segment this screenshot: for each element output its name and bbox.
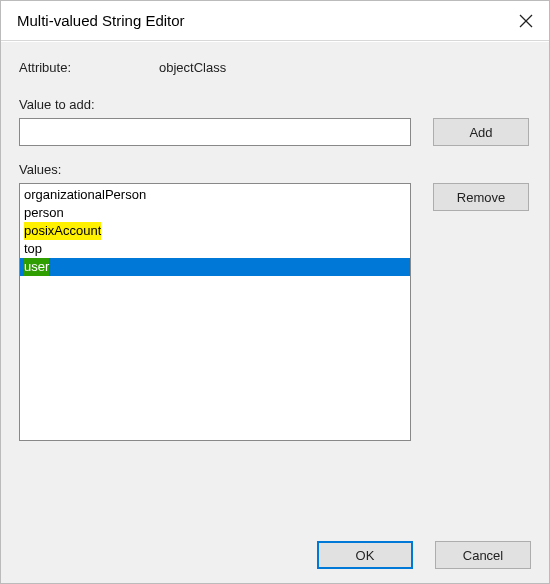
list-item-text: person (24, 204, 64, 222)
attribute-row: Attribute: objectClass (19, 60, 531, 75)
list-item[interactable]: posixAccount (20, 222, 410, 240)
close-icon (519, 14, 533, 28)
list-item[interactable]: user (20, 258, 410, 276)
add-button[interactable]: Add (433, 118, 529, 146)
close-button[interactable] (503, 1, 549, 41)
list-item-text: posixAccount (24, 222, 101, 240)
dialog-footer: OK Cancel (317, 541, 531, 569)
dialog-window: Multi-valued String Editor Attribute: ob… (0, 0, 550, 584)
attribute-label: Attribute: (19, 60, 159, 75)
list-item[interactable]: person (20, 204, 410, 222)
list-item[interactable]: organizationalPerson (20, 186, 410, 204)
list-item[interactable]: top (20, 240, 410, 258)
list-item-text: top (24, 240, 42, 258)
value-to-add-row: Add (19, 118, 531, 146)
list-item-text: organizationalPerson (24, 186, 146, 204)
titlebar: Multi-valued String Editor (1, 1, 549, 41)
remove-button[interactable]: Remove (433, 183, 529, 211)
ok-button[interactable]: OK (317, 541, 413, 569)
list-item-text: user (24, 258, 49, 276)
values-listbox[interactable]: organizationalPersonpersonposixAccountto… (19, 183, 411, 441)
values-label: Values: (19, 162, 531, 177)
attribute-value: objectClass (159, 60, 226, 75)
values-row: organizationalPersonpersonposixAccountto… (19, 183, 531, 441)
client-area: Attribute: objectClass Value to add: Add… (1, 42, 549, 583)
value-to-add-label: Value to add: (19, 97, 531, 112)
window-title: Multi-valued String Editor (17, 12, 185, 29)
cancel-button[interactable]: Cancel (435, 541, 531, 569)
value-to-add-input[interactable] (19, 118, 411, 146)
